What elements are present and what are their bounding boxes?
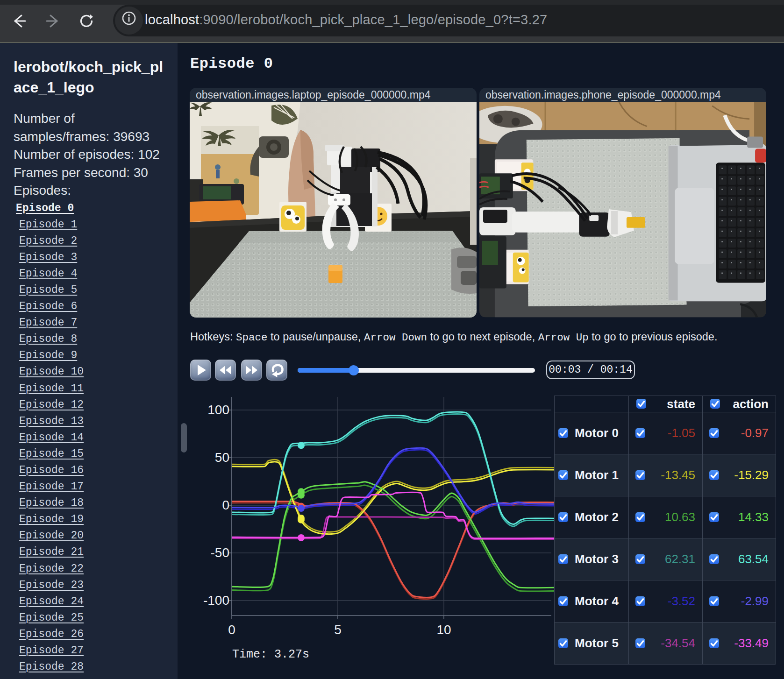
svg-text:-50: -50 [211,545,229,560]
svg-text:50: 50 [215,450,229,465]
svg-text:5: 5 [334,622,342,637]
svg-text:10: 10 [436,622,451,637]
svg-text:100: 100 [207,403,229,417]
svg-text:0: 0 [222,498,229,512]
svg-text:0: 0 [228,622,235,637]
svg-text:-100: -100 [203,593,229,608]
